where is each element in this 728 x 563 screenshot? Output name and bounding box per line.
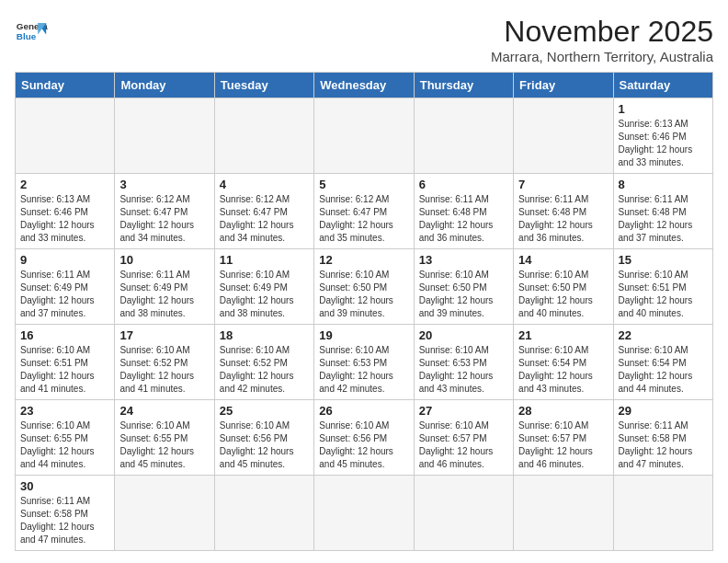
calendar-cell: 11Sunrise: 6:10 AM Sunset: 6:49 PM Dayli… [214, 249, 313, 325]
day-info: Sunrise: 6:12 AM Sunset: 6:47 PM Dayligh… [119, 193, 209, 245]
calendar-table: SundayMondayTuesdayWednesdayThursdayFrid… [15, 72, 713, 551]
calendar-cell: 1Sunrise: 6:13 AM Sunset: 6:46 PM Daylig… [613, 98, 712, 174]
calendar-cell [414, 476, 513, 551]
calendar-cell [115, 476, 214, 551]
day-info: Sunrise: 6:10 AM Sunset: 6:51 PM Dayligh… [20, 344, 109, 396]
weekday-header-monday: Monday [115, 73, 214, 98]
day-number: 26 [319, 404, 408, 418]
day-info: Sunrise: 6:12 AM Sunset: 6:47 PM Dayligh… [220, 193, 309, 245]
day-number: 2 [20, 178, 109, 191]
day-number: 10 [119, 253, 209, 267]
day-info: Sunrise: 6:10 AM Sunset: 6:56 PM Dayligh… [220, 419, 309, 471]
day-number: 27 [419, 404, 508, 418]
weekday-header-tuesday: Tuesday [214, 73, 313, 98]
calendar-cell: 9Sunrise: 6:11 AM Sunset: 6:49 PM Daylig… [16, 249, 115, 325]
calendar-cell [214, 98, 313, 174]
day-number: 24 [119, 404, 209, 418]
calendar-cell: 5Sunrise: 6:12 AM Sunset: 6:47 PM Daylig… [314, 174, 414, 249]
calendar-cell: 17Sunrise: 6:10 AM Sunset: 6:52 PM Dayli… [115, 325, 214, 400]
weekday-header-wednesday: Wednesday [314, 73, 414, 98]
calendar-cell: 7Sunrise: 6:11 AM Sunset: 6:48 PM Daylig… [514, 174, 613, 249]
day-info: Sunrise: 6:10 AM Sunset: 6:49 PM Dayligh… [220, 269, 309, 320]
day-info: Sunrise: 6:11 AM Sunset: 6:49 PM Dayligh… [119, 269, 209, 320]
weekday-header-thursday: Thursday [414, 73, 513, 98]
day-number: 20 [419, 328, 508, 342]
calendar-cell [613, 476, 712, 551]
calendar-cell: 28Sunrise: 6:10 AM Sunset: 6:57 PM Dayli… [514, 400, 613, 476]
day-info: Sunrise: 6:10 AM Sunset: 6:55 PM Dayligh… [119, 419, 209, 471]
weekday-header-saturday: Saturday [613, 73, 712, 98]
day-number: 4 [220, 178, 309, 191]
day-number: 19 [319, 328, 408, 342]
calendar-cell: 21Sunrise: 6:10 AM Sunset: 6:54 PM Dayli… [514, 325, 613, 400]
calendar-cell [16, 98, 115, 174]
logo: General Blue [15, 15, 48, 48]
calendar-cell: 13Sunrise: 6:10 AM Sunset: 6:50 PM Dayli… [414, 249, 513, 325]
calendar-cell: 23Sunrise: 6:10 AM Sunset: 6:55 PM Dayli… [16, 400, 115, 476]
location-title: Marrara, Northern Territory, Australia [491, 49, 713, 64]
day-number: 16 [20, 328, 109, 342]
day-info: Sunrise: 6:10 AM Sunset: 6:52 PM Dayligh… [220, 344, 309, 396]
day-info: Sunrise: 6:11 AM Sunset: 6:58 PM Dayligh… [20, 495, 109, 546]
day-number: 17 [119, 328, 209, 342]
day-info: Sunrise: 6:10 AM Sunset: 6:53 PM Dayligh… [419, 344, 508, 396]
day-info: Sunrise: 6:10 AM Sunset: 6:57 PM Dayligh… [518, 419, 608, 471]
day-number: 15 [619, 253, 708, 267]
logo-icon: General Blue [15, 15, 48, 48]
calendar-cell [314, 98, 414, 174]
day-number: 8 [619, 178, 708, 191]
calendar-cell: 18Sunrise: 6:10 AM Sunset: 6:52 PM Dayli… [214, 325, 313, 400]
month-title: November 2025 [491, 15, 713, 49]
day-info: Sunrise: 6:10 AM Sunset: 6:54 PM Dayligh… [619, 344, 708, 396]
calendar-cell: 6Sunrise: 6:11 AM Sunset: 6:48 PM Daylig… [414, 174, 513, 249]
calendar-cell [514, 98, 613, 174]
day-number: 23 [20, 404, 109, 418]
calendar-cell: 3Sunrise: 6:12 AM Sunset: 6:47 PM Daylig… [115, 174, 214, 249]
day-info: Sunrise: 6:10 AM Sunset: 6:56 PM Dayligh… [319, 419, 408, 471]
calendar-cell: 22Sunrise: 6:10 AM Sunset: 6:54 PM Dayli… [613, 325, 712, 400]
day-info: Sunrise: 6:10 AM Sunset: 6:50 PM Dayligh… [419, 269, 508, 320]
calendar-cell: 10Sunrise: 6:11 AM Sunset: 6:49 PM Dayli… [115, 249, 214, 325]
day-info: Sunrise: 6:10 AM Sunset: 6:50 PM Dayligh… [518, 269, 608, 320]
weekday-header-sunday: Sunday [16, 73, 115, 98]
svg-text:Blue: Blue [17, 31, 37, 41]
day-info: Sunrise: 6:13 AM Sunset: 6:46 PM Dayligh… [619, 118, 708, 169]
day-info: Sunrise: 6:11 AM Sunset: 6:48 PM Dayligh… [619, 193, 708, 245]
day-number: 12 [319, 253, 408, 267]
day-number: 9 [20, 253, 109, 267]
calendar-cell: 16Sunrise: 6:10 AM Sunset: 6:51 PM Dayli… [16, 325, 115, 400]
calendar-cell: 30Sunrise: 6:11 AM Sunset: 6:58 PM Dayli… [16, 476, 115, 551]
day-info: Sunrise: 6:11 AM Sunset: 6:49 PM Dayligh… [20, 269, 109, 320]
day-info: Sunrise: 6:12 AM Sunset: 6:47 PM Dayligh… [319, 193, 408, 245]
title-area: November 2025 Marrara, Northern Territor… [491, 15, 713, 64]
day-number: 25 [220, 404, 309, 418]
calendar-cell: 20Sunrise: 6:10 AM Sunset: 6:53 PM Dayli… [414, 325, 513, 400]
day-info: Sunrise: 6:11 AM Sunset: 6:48 PM Dayligh… [518, 193, 608, 245]
calendar-cell: 15Sunrise: 6:10 AM Sunset: 6:51 PM Dayli… [613, 249, 712, 325]
calendar-cell [314, 476, 414, 551]
page-header: General Blue November 2025 Marrara, Nort… [15, 15, 713, 64]
calendar-cell: 26Sunrise: 6:10 AM Sunset: 6:56 PM Dayli… [314, 400, 414, 476]
calendar-cell: 14Sunrise: 6:10 AM Sunset: 6:50 PM Dayli… [514, 249, 613, 325]
day-info: Sunrise: 6:10 AM Sunset: 6:51 PM Dayligh… [619, 269, 708, 320]
day-number: 6 [419, 178, 508, 191]
day-number: 14 [518, 253, 608, 267]
day-info: Sunrise: 6:13 AM Sunset: 6:46 PM Dayligh… [20, 193, 109, 245]
day-info: Sunrise: 6:10 AM Sunset: 6:55 PM Dayligh… [20, 419, 109, 471]
calendar-cell: 12Sunrise: 6:10 AM Sunset: 6:50 PM Dayli… [314, 249, 414, 325]
day-info: Sunrise: 6:11 AM Sunset: 6:48 PM Dayligh… [419, 193, 508, 245]
day-number: 5 [319, 178, 408, 191]
day-info: Sunrise: 6:10 AM Sunset: 6:57 PM Dayligh… [419, 419, 508, 471]
day-number: 29 [619, 404, 708, 418]
calendar-cell [115, 98, 214, 174]
day-info: Sunrise: 6:10 AM Sunset: 6:53 PM Dayligh… [319, 344, 408, 396]
day-number: 11 [220, 253, 309, 267]
calendar-cell [414, 98, 513, 174]
calendar-cell: 19Sunrise: 6:10 AM Sunset: 6:53 PM Dayli… [314, 325, 414, 400]
day-number: 7 [518, 178, 608, 191]
day-number: 3 [119, 178, 209, 191]
calendar-cell: 24Sunrise: 6:10 AM Sunset: 6:55 PM Dayli… [115, 400, 214, 476]
day-number: 30 [20, 479, 109, 493]
day-info: Sunrise: 6:10 AM Sunset: 6:50 PM Dayligh… [319, 269, 408, 320]
day-info: Sunrise: 6:10 AM Sunset: 6:54 PM Dayligh… [518, 344, 608, 396]
